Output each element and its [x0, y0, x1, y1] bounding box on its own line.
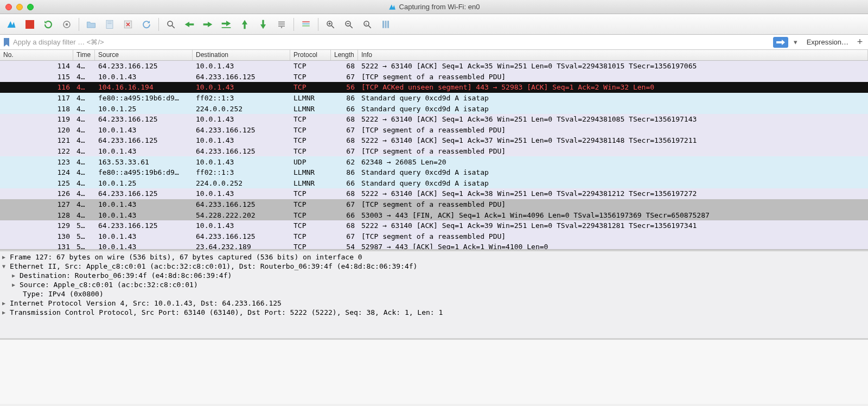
col-header-source[interactable]: Source: [95, 50, 193, 60]
packet-list-pane[interactable]: 1144…64.233.166.12510.0.1.43TCP685222 → …: [0, 61, 868, 250]
svg-rect-15: [302, 25, 310, 26]
colorize-button[interactable]: [298, 17, 314, 32]
packet-row[interactable]: 1305…10.0.1.4364.233.166.125TCP67[TCP se…: [0, 231, 868, 242]
tree-eth-dst-label: Destination: Routerbo_06:39:4f (e4:8d:8c…: [20, 271, 232, 280]
packet-details-pane[interactable]: ▶Frame 127: 67 bytes on wire (536 bits),…: [0, 251, 868, 338]
zoom-in-button[interactable]: [322, 17, 339, 32]
tree-eth-type[interactable]: Type: IPv4 (0x0800): [0, 289, 868, 299]
cell: UDP: [290, 158, 331, 166]
save-file-button[interactable]: [101, 17, 118, 32]
zoom-out-button[interactable]: [341, 17, 357, 32]
cell: 64.233.166.125: [95, 189, 193, 198]
filter-bookmark-icon[interactable]: [3, 38, 10, 47]
cell: 117: [0, 94, 73, 102]
go-first-button[interactable]: [237, 17, 253, 32]
cell: 10.0.1.43: [193, 115, 290, 123]
cell: 4…: [73, 105, 95, 113]
cell: 4…: [73, 147, 95, 155]
packet-row[interactable]: 1144…64.233.166.12510.0.1.43TCP685222 → …: [0, 61, 868, 72]
packet-row[interactable]: 1224…10.0.1.4364.233.166.125TCP67[TCP se…: [0, 146, 868, 157]
cell: 129: [0, 221, 73, 230]
packet-row[interactable]: 1254…10.0.1.25224.0.0.252LLMNR66Standard…: [0, 178, 868, 189]
cell: 5222 → 63140 [ACK] Seq=1 Ack=35 Win=251 …: [358, 62, 868, 70]
zoom-reset-button[interactable]: 1: [359, 17, 375, 32]
cell: 23.64.232.189: [193, 243, 290, 250]
cell: 66: [331, 179, 358, 187]
svg-rect-27: [385, 21, 387, 28]
cell: 10.0.1.43: [193, 83, 290, 91]
go-forward-button[interactable]: [200, 17, 216, 32]
col-header-dest[interactable]: Destination: [193, 50, 290, 60]
go-last-button[interactable]: [255, 17, 271, 32]
col-header-length[interactable]: Length: [331, 50, 358, 60]
packet-row[interactable]: 1194…64.233.166.12510.0.1.43TCP685222 → …: [0, 114, 868, 125]
go-to-packet-button[interactable]: [218, 17, 234, 32]
cell: TCP: [290, 243, 331, 250]
cell: 64.233.166.125: [193, 232, 290, 240]
resize-columns-button[interactable]: [378, 17, 394, 32]
close-file-button[interactable]: [120, 17, 136, 32]
svg-rect-0: [25, 20, 34, 29]
wireshark-icon: [388, 3, 396, 11]
tree-eth-src[interactable]: ▶Source: Apple_c8:c0:01 (ac:bc:32:c8:c0:…: [0, 280, 868, 289]
col-header-time[interactable]: Time: [73, 50, 95, 60]
cell: 4…: [73, 136, 95, 144]
cell: [TCP segment of a reassembled PDU]: [358, 232, 868, 240]
tree-eth-label: Ethernet II, Src: Apple_c8:c0:01 (ac:bc:…: [10, 262, 417, 270]
cell: 116: [0, 83, 73, 91]
auto-scroll-button[interactable]: [273, 17, 290, 32]
toolbar-separator: [318, 18, 318, 31]
packet-row[interactable]: 1274…10.0.1.4364.233.166.125TCP67[TCP se…: [0, 199, 868, 210]
open-file-button[interactable]: [83, 17, 99, 32]
add-filter-button[interactable]: +: [855, 36, 865, 48]
packet-row[interactable]: 1214…64.233.166.12510.0.1.43TCP685222 → …: [0, 135, 868, 146]
packet-row[interactable]: 1164…104.16.16.19410.0.1.43TCP56[TCP ACK…: [0, 82, 868, 93]
packet-row[interactable]: 1244…fe80::a495:19b6:d9…ff02::1:3LLMNR86…: [0, 167, 868, 178]
tree-ip[interactable]: ▶Internet Protocol Version 4, Src: 10.0.…: [0, 299, 868, 308]
packet-row[interactable]: 1204…10.0.1.4364.233.166.125TCP67[TCP se…: [0, 125, 868, 136]
svg-point-7: [168, 21, 173, 26]
tree-eth-dst[interactable]: ▶Destination: Routerbo_06:39:4f (e4:8d:8…: [0, 271, 868, 280]
cell: 10.0.1.43: [95, 211, 193, 219]
find-packet-button[interactable]: [163, 17, 179, 32]
cell: 115: [0, 73, 73, 81]
cell: TCP: [290, 221, 331, 230]
tree-eth[interactable]: ▼Ethernet II, Src: Apple_c8:c0:01 (ac:bc…: [0, 262, 868, 271]
start-capture-button[interactable]: [3, 17, 20, 32]
expression-button[interactable]: Expression…: [803, 38, 852, 46]
packet-list-header: No. Time Source Destination Protocol Len…: [0, 50, 868, 61]
cell: 67: [331, 73, 358, 81]
cell: 10.0.1.43: [95, 73, 193, 81]
col-header-protocol[interactable]: Protocol: [290, 50, 331, 60]
packet-row[interactable]: 1295…64.233.166.12510.0.1.43TCP685222 → …: [0, 220, 868, 231]
restart-capture-button[interactable]: [40, 17, 56, 32]
cell: 127: [0, 200, 73, 208]
cell: 62: [331, 158, 358, 166]
filter-history-dropdown[interactable]: ▾: [792, 38, 800, 47]
packet-row[interactable]: 1234…163.53.33.6110.0.1.43UDP6262348 → 2…: [0, 156, 868, 167]
stop-capture-button[interactable]: [22, 17, 38, 32]
cell: 123: [0, 158, 73, 166]
reload-file-button[interactable]: [138, 17, 155, 32]
cell: 10.0.1.43: [95, 200, 193, 208]
window-title-text: Capturing from Wi-Fi: en0: [399, 3, 480, 11]
packet-row[interactable]: 1174…fe80::a495:19b6:d9…ff02::1:3LLMNR86…: [0, 93, 868, 104]
capture-options-button[interactable]: [59, 17, 75, 32]
apply-filter-button[interactable]: [773, 37, 788, 48]
cell: TCP: [290, 232, 331, 240]
cell: 5…: [73, 232, 95, 240]
display-filter-input[interactable]: [13, 38, 770, 46]
cell: 66: [331, 105, 358, 113]
go-back-button[interactable]: [181, 17, 197, 32]
col-header-no[interactable]: No.: [0, 50, 73, 60]
cell: [TCP segment of a reassembled PDU]: [358, 73, 868, 81]
packet-row[interactable]: 1284…10.0.1.4354.228.222.202TCP6653003 →…: [0, 210, 868, 220]
packet-row[interactable]: 1264…64.233.166.12510.0.1.43TCP685222 → …: [0, 188, 868, 199]
packet-row[interactable]: 1315…10.0.1.4323.64.232.189TCP5452987 → …: [0, 242, 868, 250]
packet-row[interactable]: 1154…10.0.1.4364.233.166.125TCP67[TCP se…: [0, 72, 868, 83]
tree-tcp[interactable]: ▶Transmission Control Protocol, Src Port…: [0, 308, 868, 317]
packet-row[interactable]: 1184…10.0.1.25224.0.0.252LLMNR66Standard…: [0, 103, 868, 114]
packet-bytes-pane[interactable]: [0, 340, 868, 404]
tree-frame[interactable]: ▶Frame 127: 67 bytes on wire (536 bits),…: [0, 252, 868, 262]
col-header-info[interactable]: Info: [358, 50, 868, 60]
